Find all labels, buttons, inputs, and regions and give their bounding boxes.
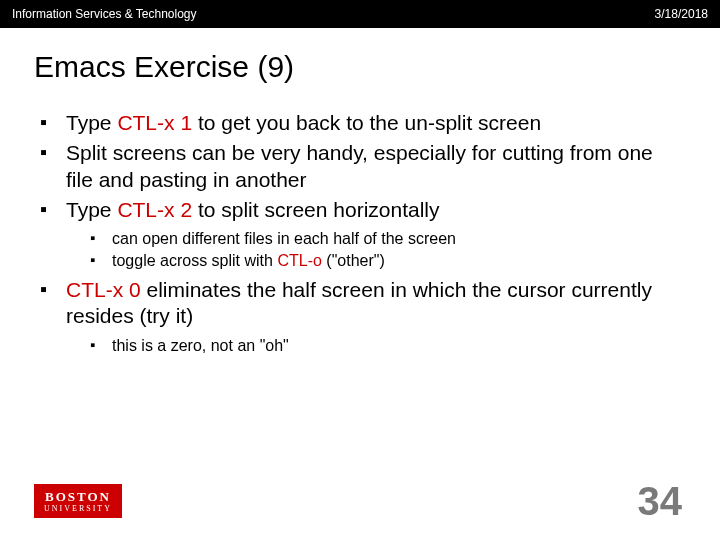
slide: Information Services & Technology 3/18/2…: [0, 0, 720, 540]
sub-bullet-item: this is a zero, not an "oh": [90, 336, 680, 356]
bullet-item: CTL-x 0 eliminates the half screen in wh…: [40, 277, 680, 356]
text: ("other"): [322, 252, 385, 269]
bullet-item: Type CTL-x 2 to split screen horizontall…: [40, 197, 680, 271]
header-date: 3/18/2018: [655, 7, 708, 21]
bullet-item: Split screens can be very handy, especia…: [40, 140, 680, 193]
bullet-item: Type CTL-x 1 to get you back to the un-s…: [40, 110, 680, 136]
text: can open different files in each half of…: [112, 230, 456, 247]
sub-bullet-item: toggle across split with CTL-o ("other"): [90, 251, 680, 271]
text: toggle across split with: [112, 252, 277, 269]
sub-bullet-list: this is a zero, not an "oh": [90, 336, 680, 356]
logo-line1: BOSTON: [45, 490, 111, 503]
text: Type: [66, 198, 117, 221]
text: to get you back to the un-split screen: [192, 111, 541, 134]
logo-line2: UNIVERSITY: [44, 505, 112, 513]
boston-university-logo: BOSTON UNIVERSITY: [34, 484, 122, 518]
command-text: CTL-x 0: [66, 278, 141, 301]
text: to split screen horizontally: [192, 198, 439, 221]
text: this is a zero, not an "oh": [112, 337, 289, 354]
sub-bullet-item: can open different files in each half of…: [90, 229, 680, 249]
text: Type: [66, 111, 117, 134]
command-text: CTL-o: [277, 252, 321, 269]
sub-bullet-list: can open different files in each half of…: [90, 229, 680, 271]
slide-body: Type CTL-x 1 to get you back to the un-s…: [0, 90, 720, 356]
command-text: CTL-x 2: [117, 198, 192, 221]
page-number: 34: [638, 479, 683, 524]
slide-title: Emacs Exercise (9): [0, 28, 720, 90]
text: Split screens can be very handy, especia…: [66, 141, 653, 190]
header-left: Information Services & Technology: [12, 7, 197, 21]
command-text: CTL-x 1: [117, 111, 192, 134]
header-bar: Information Services & Technology 3/18/2…: [0, 0, 720, 28]
text: eliminates the half screen in which the …: [66, 278, 652, 327]
bullet-list: Type CTL-x 1 to get you back to the un-s…: [40, 110, 680, 356]
